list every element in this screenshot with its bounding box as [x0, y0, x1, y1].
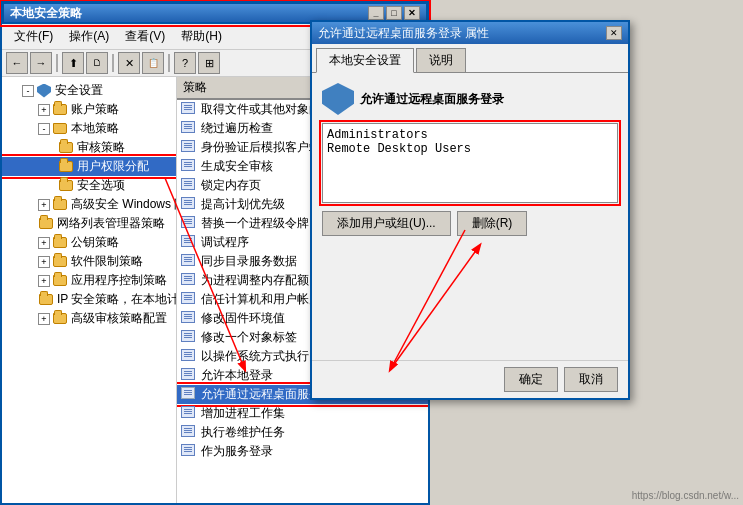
- view-button[interactable]: ⊞: [198, 52, 220, 74]
- folder-network-icon: [38, 216, 54, 232]
- tree-label-advanced-firewall: 高级安全 Windows 防火墙: [71, 196, 177, 213]
- policy-item-icon: [181, 311, 197, 327]
- minimize-button[interactable]: _: [368, 6, 384, 20]
- show-button[interactable]: 🗋: [86, 52, 108, 74]
- back-button[interactable]: ←: [6, 52, 28, 74]
- policy-item-icon: [181, 216, 197, 232]
- policy-item-icon: [181, 140, 197, 156]
- tree-item-local-policy[interactable]: - 本地策略: [2, 119, 176, 138]
- policy-item-icon: [181, 444, 197, 460]
- list-item-18[interactable]: 执行卷维护任务: [177, 423, 428, 442]
- tree-item-software-restrict[interactable]: + 软件限制策略: [2, 252, 176, 271]
- tree-item-security-options[interactable]: 安全选项: [2, 176, 176, 195]
- close-button[interactable]: ✕: [404, 6, 420, 20]
- help-button[interactable]: ?: [174, 52, 196, 74]
- policy-item-icon: [181, 102, 197, 118]
- tree-label-advanced-audit: 高级审核策略配置: [71, 310, 167, 327]
- tree-label-local-policy: 本地策略: [71, 120, 119, 137]
- folder-firewall-icon: [52, 197, 68, 213]
- dialog-action-buttons: 添加用户或组(U)... 删除(R): [322, 211, 618, 236]
- folder-local-icon: [52, 121, 68, 137]
- security-icon: [36, 83, 52, 99]
- dialog-bottom-buttons: 确定 取消: [312, 360, 628, 398]
- menu-file[interactable]: 文件(F): [6, 26, 61, 47]
- folder-applocker-icon: [52, 273, 68, 289]
- policy-item-icon: [181, 273, 197, 289]
- tree-label-account-policy: 账户策略: [71, 101, 119, 118]
- properties-button[interactable]: 📋: [142, 52, 164, 74]
- tab-local-settings[interactable]: 本地安全设置: [316, 48, 414, 73]
- add-user-group-button[interactable]: 添加用户或组(U)...: [322, 211, 451, 236]
- dialog-section-header: 允许通过远程桌面服务登录: [322, 83, 618, 115]
- menu-action[interactable]: 操作(A): [61, 26, 117, 47]
- confirm-button[interactable]: 确定: [504, 367, 558, 392]
- tree-item-audit-policy[interactable]: 审核策略: [2, 138, 176, 157]
- tree-label-audit-policy: 审核策略: [77, 139, 125, 156]
- policy-item-icon: [181, 368, 197, 384]
- expand-software[interactable]: +: [38, 256, 50, 268]
- folder-audit-icon: [58, 140, 74, 156]
- expand-pubkey[interactable]: +: [38, 237, 50, 249]
- watermark: https://blog.csdn.net/w...: [632, 490, 739, 501]
- folder-account-icon: [52, 102, 68, 118]
- tree-label-security-options: 安全选项: [77, 177, 125, 194]
- policy-item-icon: [181, 197, 197, 213]
- dialog-shield-icon: [322, 83, 354, 115]
- tree-item-network-list[interactable]: 网络列表管理器策略: [2, 214, 176, 233]
- tree-label-network-list: 网络列表管理器策略: [57, 215, 165, 232]
- tree-item-applocker[interactable]: + 应用程序控制策略: [2, 271, 176, 290]
- policy-item-icon: [181, 425, 197, 441]
- tree-item-account-policy[interactable]: + 账户策略: [2, 100, 176, 119]
- list-item-17[interactable]: 增加进程工作集: [177, 404, 428, 423]
- expand-account[interactable]: +: [38, 104, 50, 116]
- policy-item-icon: [181, 349, 197, 365]
- expand-applocker[interactable]: +: [38, 275, 50, 287]
- tree-item-advanced-audit[interactable]: + 高级审核策略配置: [2, 309, 176, 328]
- policy-item-icon: [181, 387, 197, 403]
- dialog-title-bar: 允许通过远程桌面服务登录 属性 ✕: [312, 22, 628, 44]
- folder-userrights-icon: [58, 159, 74, 175]
- folder-ipsec-icon: [38, 292, 54, 308]
- menu-help[interactable]: 帮助(H): [173, 26, 230, 47]
- tree-item-user-rights[interactable]: 用户权限分配: [2, 157, 176, 176]
- dialog-title: 允许通过远程桌面服务登录 属性: [318, 25, 606, 42]
- up-button[interactable]: ⬆: [62, 52, 84, 74]
- folder-advaudit-icon: [52, 311, 68, 327]
- toolbar-separator-3: [168, 54, 170, 72]
- tree-item-public-key[interactable]: + 公钥策略: [2, 233, 176, 252]
- delete-button[interactable]: ✕: [118, 52, 140, 74]
- main-title: 本地安全策略: [10, 5, 368, 22]
- dialog-section-label: 允许通过远程桌面服务登录: [360, 91, 504, 108]
- tree-item-security-settings[interactable]: - 安全设置: [2, 81, 176, 100]
- tree-label-security-settings: 安全设置: [55, 82, 103, 99]
- expand-security[interactable]: -: [22, 85, 34, 97]
- remove-button[interactable]: 删除(R): [457, 211, 528, 236]
- policy-item-icon: [181, 235, 197, 251]
- menu-view[interactable]: 查看(V): [117, 26, 173, 47]
- expand-firewall[interactable]: +: [38, 199, 50, 211]
- tree-item-advanced-firewall[interactable]: + 高级安全 Windows 防火墙: [2, 195, 176, 214]
- maximize-button[interactable]: □: [386, 6, 402, 20]
- policy-item-icon: [181, 121, 197, 137]
- cancel-button[interactable]: 取消: [564, 367, 618, 392]
- toolbar-separator-1: [56, 54, 58, 72]
- folder-pubkey-icon: [52, 235, 68, 251]
- expand-local[interactable]: -: [38, 123, 50, 135]
- dialog-window: 允许通过远程桌面服务登录 属性 ✕ 本地安全设置 说明 允许通过远程桌面服务登录…: [310, 20, 630, 400]
- policy-item-icon: [181, 330, 197, 346]
- policy-item-icon: [181, 159, 197, 175]
- tab-explanation[interactable]: 说明: [416, 48, 466, 72]
- dialog-content: 允许通过远程桌面服务登录 Administrators Remote Deskt…: [312, 73, 628, 360]
- tree-panel: - 安全设置 + 账户策略 -: [2, 77, 177, 503]
- dialog-users-textbox: Administrators Remote Desktop Users: [322, 123, 618, 203]
- forward-button[interactable]: →: [30, 52, 52, 74]
- list-item-19[interactable]: 作为服务登录: [177, 442, 428, 461]
- dialog-tabs: 本地安全设置 说明: [312, 44, 628, 73]
- folder-software-icon: [52, 254, 68, 270]
- dialog-close-button[interactable]: ✕: [606, 26, 622, 40]
- tree-label-software-restrict: 软件限制策略: [71, 253, 143, 270]
- tree-label-public-key: 公钥策略: [71, 234, 119, 251]
- expand-adv-audit[interactable]: +: [38, 313, 50, 325]
- policy-item-icon: [181, 292, 197, 308]
- tree-item-ip-security[interactable]: IP 安全策略，在本地计算机: [2, 290, 176, 309]
